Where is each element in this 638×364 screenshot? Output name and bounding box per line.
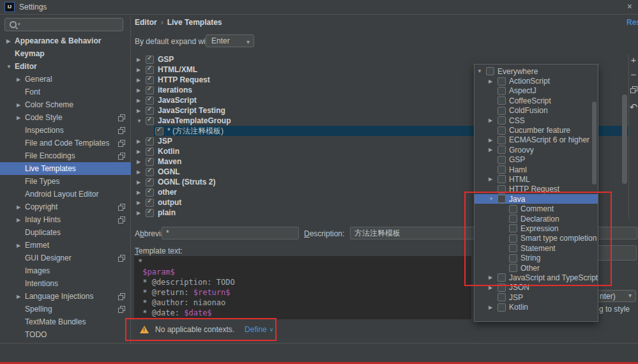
- checkbox[interactable]: [497, 303, 506, 312]
- context-tree-row[interactable]: Declaration: [475, 214, 598, 224]
- expand-arrow-icon[interactable]: [137, 98, 146, 103]
- checkbox[interactable]: [146, 76, 154, 84]
- context-tree-row[interactable]: Cucumber feature: [475, 125, 598, 135]
- context-tree-row[interactable]: Smart type completion: [475, 234, 598, 243]
- checkbox[interactable]: [146, 188, 154, 197]
- checkbox[interactable]: [497, 107, 506, 115]
- checkbox[interactable]: [497, 136, 506, 144]
- sidebar-item[interactable]: Inspections: [0, 124, 131, 137]
- checkbox[interactable]: [146, 56, 154, 64]
- checkbox[interactable]: [497, 116, 506, 125]
- checkbox[interactable]: [497, 165, 506, 174]
- checkbox[interactable]: [146, 107, 154, 115]
- context-tree-row[interactable]: ColdFusion: [475, 106, 598, 116]
- context-tree-row[interactable]: CoffeeScript: [475, 96, 598, 105]
- context-tree-row[interactable]: Comment: [475, 204, 598, 213]
- expand-arrow-icon[interactable]: [17, 77, 25, 82]
- checkbox[interactable]: [146, 199, 154, 207]
- expand-arrow-icon[interactable]: [137, 159, 146, 165]
- checkbox[interactable]: [497, 156, 506, 164]
- remove-icon[interactable]: −: [629, 68, 638, 83]
- expand-arrow-icon[interactable]: [137, 179, 146, 185]
- sidebar-item[interactable]: Font: [0, 86, 131, 98]
- sidebar-item[interactable]: File and Code Templates: [0, 137, 131, 149]
- checkbox[interactable]: [497, 293, 506, 301]
- checkbox[interactable]: [146, 209, 154, 217]
- sidebar-item[interactable]: Inlay Hints: [0, 213, 131, 226]
- checkbox[interactable]: [509, 264, 517, 272]
- expand-arrow-icon[interactable]: [137, 139, 146, 144]
- sidebar-item[interactable]: File Types: [0, 175, 131, 188]
- context-tree-row[interactable]: JSON: [475, 283, 598, 292]
- sidebar-item[interactable]: Appearance & Behavior: [0, 34, 131, 47]
- sidebar-item[interactable]: Live Templates: [0, 162, 131, 175]
- sidebar-item[interactable]: TextMate Bundles: [0, 315, 131, 328]
- expand-arrow-icon[interactable]: [489, 285, 497, 291]
- checkbox[interactable]: [509, 205, 517, 213]
- context-tree-row[interactable]: JavaScript and TypeScript: [475, 273, 598, 282]
- sidebar-item[interactable]: Intentions: [0, 277, 131, 290]
- popup-scrollbar[interactable]: [592, 102, 596, 185]
- checkbox[interactable]: [146, 148, 154, 156]
- settings-search-input[interactable]: [4, 18, 123, 31]
- expand-arrow-icon[interactable]: [17, 102, 25, 108]
- expand-arrow-icon[interactable]: [6, 38, 15, 44]
- checkbox[interactable]: [497, 77, 506, 86]
- sidebar-item[interactable]: Keymap: [0, 47, 131, 60]
- expand-arrow-icon[interactable]: [137, 108, 146, 114]
- expand-arrow-icon[interactable]: [6, 64, 15, 70]
- checkbox[interactable]: [509, 234, 517, 243]
- checkbox[interactable]: [497, 195, 506, 203]
- expand-arrow-icon[interactable]: [489, 147, 497, 153]
- expand-arrow-icon[interactable]: [137, 190, 146, 195]
- context-tree-row[interactable]: Other: [475, 263, 598, 273]
- context-tree-row[interactable]: JSP: [475, 292, 598, 302]
- expand-arrow-icon[interactable]: [17, 294, 25, 300]
- checkbox[interactable]: [497, 185, 506, 193]
- expand-arrow-icon[interactable]: [489, 176, 497, 182]
- context-tree-row[interactable]: Expression: [475, 224, 598, 233]
- checkbox[interactable]: [146, 86, 154, 95]
- checkbox[interactable]: [497, 175, 506, 183]
- checkbox[interactable]: [497, 126, 506, 135]
- duplicate-icon[interactable]: [629, 86, 638, 101]
- sidebar-item[interactable]: Editor: [0, 60, 131, 73]
- checkbox[interactable]: [509, 244, 517, 252]
- context-tree-row[interactable]: HTTP Request: [475, 185, 598, 194]
- expand-with-dropdown[interactable]: Enter: [206, 34, 254, 47]
- expand-arrow-icon[interactable]: [17, 217, 25, 223]
- checkbox[interactable]: [509, 254, 517, 262]
- template-text-editor[interactable]: * $param$ * @description: TODO * @return…: [134, 256, 471, 319]
- checkbox[interactable]: [146, 178, 154, 186]
- template-tree-row[interactable]: GSP: [134, 54, 628, 64]
- checkbox[interactable]: [497, 273, 506, 282]
- context-tree-row[interactable]: AspectJ: [475, 86, 598, 96]
- checkbox[interactable]: [497, 87, 506, 95]
- breadcrumb-editor[interactable]: Editor: [135, 18, 157, 27]
- undo-icon[interactable]: ↶: [629, 101, 638, 116]
- expand-arrow-icon[interactable]: [137, 200, 146, 206]
- context-tree-row[interactable]: Everywhere: [475, 66, 598, 76]
- sidebar-item[interactable]: General: [0, 73, 131, 86]
- sidebar-item[interactable]: Spelling: [0, 303, 131, 315]
- checkbox[interactable]: [146, 66, 154, 74]
- context-tree-row[interactable]: HTML: [475, 174, 598, 184]
- context-tree-row[interactable]: Haml: [475, 165, 598, 174]
- add-icon[interactable]: +: [629, 54, 638, 68]
- expand-arrow-icon[interactable]: [137, 149, 146, 155]
- checkbox[interactable]: [497, 284, 506, 292]
- expand-arrow-icon[interactable]: [137, 169, 146, 175]
- expand-arrow-icon[interactable]: [489, 118, 497, 123]
- checkbox[interactable]: [146, 96, 154, 105]
- checkbox[interactable]: [509, 224, 517, 232]
- checkbox[interactable]: [497, 146, 506, 154]
- abbreviation-field[interactable]: *: [162, 227, 299, 239]
- checkbox[interactable]: [497, 96, 506, 105]
- sidebar-item[interactable]: Android Layout Editor: [0, 188, 131, 201]
- sidebar-item[interactable]: Emmet: [0, 239, 131, 252]
- sidebar-item[interactable]: Copyright: [0, 201, 131, 213]
- context-tree-row[interactable]: Groovy: [475, 145, 598, 155]
- expand-arrow-icon[interactable]: [489, 137, 497, 143]
- expand-arrow-icon[interactable]: [137, 67, 146, 73]
- expand-arrow-icon[interactable]: [489, 79, 497, 84]
